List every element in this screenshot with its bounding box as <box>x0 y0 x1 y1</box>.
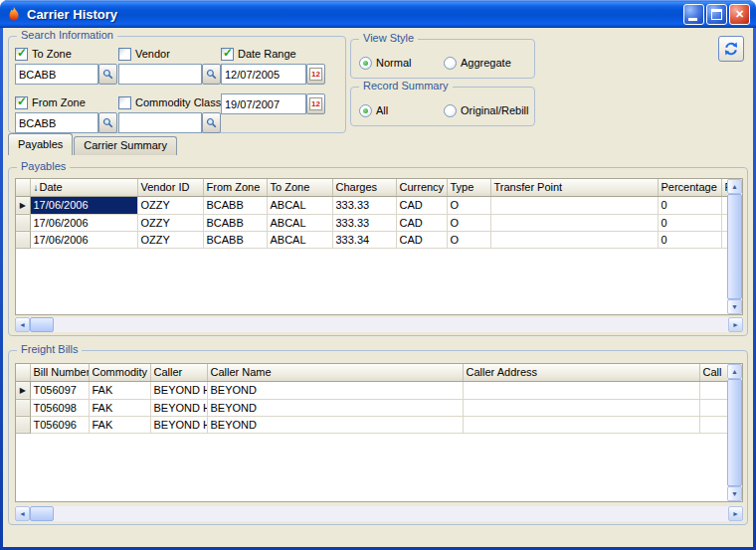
cell-type[interactable]: O <box>447 214 490 231</box>
cell-commodity[interactable]: FAK <box>89 399 150 416</box>
cell-to-zone[interactable]: ABCAL <box>267 231 332 248</box>
cell-from-zone[interactable]: BCABB <box>203 196 267 214</box>
cell-caller-name[interactable]: BEYOND <box>207 416 463 433</box>
scroll-track[interactable] <box>727 194 742 299</box>
scroll-up-button[interactable]: ▲ <box>727 179 742 194</box>
column-header-from-zone[interactable]: From Zone <box>203 179 267 196</box>
cell-caller-address[interactable] <box>463 381 699 399</box>
column-header-commodity[interactable]: Commodity <box>89 364 150 381</box>
cell-clipped[interactable] <box>699 399 727 416</box>
commodity-class-checkbox[interactable]: ✓ Commodity Class <box>118 95 221 109</box>
freight-hscrollbar[interactable]: ◄ ► <box>15 506 743 521</box>
cell-to-zone[interactable]: ABCAL <box>267 214 332 231</box>
close-button[interactable]: ✕ <box>729 4 750 25</box>
cell-charges[interactable]: 333.33 <box>332 214 396 231</box>
payables-row[interactable]: 17/06/2006 OZZY BCABB ABCAL 333.34 CAD O… <box>16 231 727 248</box>
column-header-type[interactable]: Type <box>447 179 490 196</box>
vendor-input[interactable] <box>118 64 202 85</box>
radio-aggregate[interactable]: Aggregate <box>444 56 511 70</box>
date-to-input[interactable] <box>221 93 306 114</box>
cell-percentage[interactable]: 0 <box>658 231 721 248</box>
column-header-caller-name[interactable]: Caller Name <box>207 364 463 381</box>
vendor-checkbox[interactable]: ✓ Vendor <box>118 47 170 61</box>
tab-payables[interactable]: Payables <box>8 133 73 155</box>
cell-clipped[interactable] <box>699 416 727 433</box>
scroll-right-button[interactable]: ► <box>728 317 743 332</box>
column-header-vendor-id[interactable]: Vendor ID <box>137 179 203 196</box>
date-from-calendar-button[interactable]: 12 <box>306 64 325 85</box>
cell-currency[interactable]: CAD <box>396 231 447 248</box>
payables-hscrollbar[interactable]: ◄ ► <box>15 317 743 332</box>
cell-caller-address[interactable] <box>463 416 699 433</box>
cell-transfer-point[interactable] <box>490 231 658 248</box>
to-zone-input[interactable] <box>15 64 98 85</box>
scroll-track[interactable] <box>30 317 728 332</box>
freight-vscrollbar[interactable]: ▲ ▼ <box>727 364 742 501</box>
scroll-track[interactable] <box>30 506 728 521</box>
payables-row[interactable]: 17/06/2006 OZZY BCABB ABCAL 333.33 CAD O… <box>16 214 727 231</box>
cell-from-zone[interactable]: BCABB <box>203 214 267 231</box>
cell-caller-address[interactable] <box>463 399 699 416</box>
payables-row[interactable]: ▶ 17/06/2006 OZZY BCABB ABCAL 333.33 CAD… <box>16 196 727 214</box>
from-zone-lookup-button[interactable] <box>98 112 117 133</box>
column-header-currency[interactable]: Currency <box>396 179 447 196</box>
scroll-thumb[interactable] <box>727 194 742 299</box>
cell-commodity[interactable]: FAK <box>89 381 150 399</box>
column-header-bill-number[interactable]: Bill Number <box>30 364 89 381</box>
column-header-charges[interactable]: Charges <box>332 179 396 196</box>
to-zone-lookup-button[interactable] <box>98 64 117 85</box>
date-range-checkbox[interactable]: ✓ Date Range <box>221 47 296 61</box>
cell-to-zone[interactable]: ABCAL <box>267 196 332 214</box>
payables-vscrollbar[interactable]: ▲ ▼ <box>727 179 742 314</box>
cell-percentage[interactable]: 0 <box>658 196 721 214</box>
cell-transfer-point[interactable] <box>490 214 658 231</box>
radio-original-rebill[interactable]: Original/Rebill <box>444 103 528 117</box>
from-zone-checkbox[interactable]: ✓ From Zone <box>15 95 86 109</box>
cell-vendor-id[interactable]: OZZY <box>137 214 203 231</box>
minimize-button[interactable] <box>683 4 704 25</box>
date-to-calendar-button[interactable]: 12 <box>306 93 325 114</box>
cell-currency[interactable]: CAD <box>396 196 447 214</box>
commodity-class-input[interactable] <box>118 112 202 133</box>
radio-all[interactable]: All <box>359 103 388 117</box>
column-header-clipped[interactable]: Call <box>699 364 727 381</box>
column-header-percentage[interactable]: Percentage <box>658 179 721 196</box>
cell-type[interactable]: O <box>447 231 490 248</box>
scroll-thumb[interactable] <box>727 379 742 486</box>
cell-date[interactable]: 17/06/2006 <box>30 196 137 214</box>
scroll-thumb[interactable] <box>30 506 54 521</box>
maximize-button[interactable] <box>706 4 727 25</box>
from-zone-input[interactable] <box>15 112 98 133</box>
column-header-caller-address[interactable]: Caller Address <box>463 364 699 381</box>
scroll-up-button[interactable]: ▲ <box>727 364 742 379</box>
cell-caller[interactable]: BEYOND HOF <box>150 416 207 433</box>
cell-vendor-id[interactable]: OZZY <box>137 196 203 214</box>
freight-row[interactable]: T056096 FAK BEYOND HOF BEYOND <box>16 416 727 433</box>
radio-normal[interactable]: Normal <box>359 56 411 70</box>
scroll-track[interactable] <box>727 379 742 486</box>
cell-charges[interactable]: 333.33 <box>332 196 396 214</box>
scroll-down-button[interactable]: ▼ <box>727 486 742 501</box>
column-header-caller[interactable]: Caller <box>150 364 207 381</box>
scroll-left-button[interactable]: ◄ <box>15 317 30 332</box>
cell-charges[interactable]: 333.34 <box>332 231 396 248</box>
cell-currency[interactable]: CAD <box>396 214 447 231</box>
to-zone-checkbox[interactable]: ✓ To Zone <box>15 47 72 61</box>
cell-caller[interactable]: BEYOND HOF <box>150 399 207 416</box>
cell-caller-name[interactable]: BEYOND <box>207 399 463 416</box>
scroll-down-button[interactable]: ▼ <box>727 299 742 314</box>
column-header-date[interactable]: ↓Date <box>30 179 137 196</box>
scroll-right-button[interactable]: ► <box>728 506 743 521</box>
cell-transfer-point[interactable] <box>490 196 658 214</box>
freight-row[interactable]: T056098 FAK BEYOND HOF BEYOND <box>16 399 727 416</box>
cell-caller[interactable]: BEYOND HOF <box>150 381 207 399</box>
cell-type[interactable]: O <box>447 196 490 214</box>
cell-bill-number[interactable]: T056098 <box>30 399 89 416</box>
cell-commodity[interactable]: FAK <box>89 416 150 433</box>
cell-clipped[interactable] <box>699 381 727 399</box>
cell-percentage[interactable]: 0 <box>658 214 721 231</box>
cell-caller-name[interactable]: BEYOND <box>207 381 463 399</box>
tab-carrier-summary[interactable]: Carrier Summary <box>74 136 177 155</box>
column-header-to-zone[interactable]: To Zone <box>267 179 332 196</box>
cell-from-zone[interactable]: BCABB <box>203 231 267 248</box>
